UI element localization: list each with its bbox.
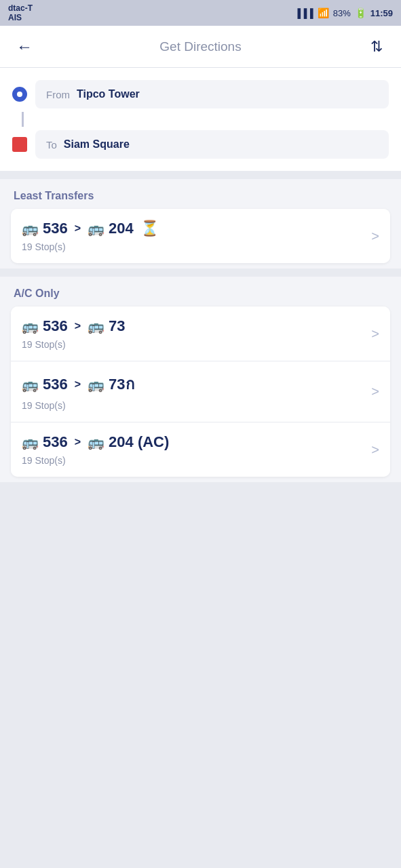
ac-only-section: A/C Only 🚌 536 > 🚌 73 19 Stop(s) > 🚌 <box>0 277 401 482</box>
chevron-right-icon-least: > <box>371 229 379 244</box>
section-divider-2 <box>0 269 401 277</box>
to-input[interactable]: To Siam Square <box>35 130 389 159</box>
to-row: To Siam Square <box>12 130 389 159</box>
destination-dot <box>12 137 27 152</box>
route-card-ac-2[interactable]: 🚌 536 > 🚌 73ก 19 Stop(s) > <box>11 361 390 422</box>
route-stops-ac-1: 19 Stop(s) <box>22 339 371 350</box>
route-info-ac-1: 🚌 536 > 🚌 73 19 Stop(s) <box>22 317 371 350</box>
route-num-ac-1b: 73 <box>109 317 125 335</box>
back-button[interactable]: ← <box>12 35 37 59</box>
bottom-spacer <box>0 482 401 523</box>
arrow-icon-ac-1: > <box>75 320 81 332</box>
from-value: Tipco Tower <box>77 88 140 100</box>
bus-icon-2: 🚌 <box>88 220 104 237</box>
route-stops-least: 19 Stop(s) <box>22 241 371 252</box>
header: ← Get Directions ⇅ <box>0 26 401 68</box>
route-info-ac-3: 🚌 536 > 🚌 204 (AC) 19 Stop(s) <box>22 433 371 466</box>
least-transfers-section: Least Transfers 🚌 536 > 🚌 204 ⏳ 19 Stop(… <box>0 179 401 269</box>
bus-icon-ac-2a: 🚌 <box>22 376 39 393</box>
route-num-ac-3b: 204 (AC) <box>109 433 169 451</box>
arrow-icon-ac-3: > <box>75 436 81 448</box>
route-card-ac-1[interactable]: 🚌 536 > 🚌 73 19 Stop(s) > <box>11 307 390 361</box>
origin-dot <box>12 87 27 102</box>
route-line-ac-3: 🚌 536 > 🚌 204 (AC) <box>22 433 371 451</box>
route-num-ac-1a: 536 <box>43 317 68 335</box>
battery-icon: 🔋 <box>355 7 366 18</box>
swap-icon: ⇅ <box>370 38 383 56</box>
status-right: ▐▐▐ 📶 83% 🔋 11:59 <box>294 7 393 18</box>
battery-percent: 83% <box>333 8 351 18</box>
from-label: From <box>46 89 70 100</box>
route-line-ac-1: 🚌 536 > 🚌 73 <box>22 317 371 335</box>
bus-icon-ac-3b: 🚌 <box>88 434 104 450</box>
route-card-ac-3[interactable]: 🚌 536 > 🚌 204 (AC) 19 Stop(s) > <box>11 422 390 477</box>
chevron-right-icon-ac-3: > <box>371 442 379 458</box>
header-title: Get Directions <box>37 39 364 54</box>
route-info-least: 🚌 536 > 🚌 204 ⏳ 19 Stop(s) <box>22 220 371 252</box>
from-input[interactable]: From Tipco Tower <box>35 80 389 108</box>
hourglass-icon: ⏳ <box>140 220 159 237</box>
route-card-least[interactable]: 🚌 536 > 🚌 204 ⏳ 19 Stop(s) > <box>11 209 390 263</box>
section-divider-1 <box>0 171 401 179</box>
status-bar: dtac-T AIS ▐▐▐ 📶 83% 🔋 11:59 <box>0 0 401 26</box>
bus-icon-ac-2b: 🚌 <box>88 376 104 393</box>
route-num-2: 204 <box>109 220 134 237</box>
search-section: From Tipco Tower To Siam Square <box>0 68 401 171</box>
ac-only-label: A/C Only <box>0 277 401 307</box>
route-line-ac-2: 🚌 536 > 🚌 73ก <box>22 372 371 396</box>
route-line-least: 🚌 536 > 🚌 204 ⏳ <box>22 220 371 237</box>
arrow-icon-ac-2: > <box>75 378 81 391</box>
bus-icon-1: 🚌 <box>22 220 39 237</box>
search-inputs: From Tipco Tower To Siam Square <box>12 80 389 159</box>
carrier-name: dtac-T <box>8 3 33 13</box>
bus-icon-ac-3a: 🚌 <box>22 434 39 450</box>
carrier-info: dtac-T AIS <box>8 3 33 23</box>
route-num-1: 536 <box>43 220 68 237</box>
bus-icon-ac-1a: 🚌 <box>22 318 39 334</box>
to-value: Siam Square <box>64 138 130 151</box>
route-num-ac-2b: 73ก <box>109 372 134 396</box>
bus-icon-ac-1b: 🚌 <box>88 318 104 334</box>
swap-button[interactable]: ⇅ <box>364 35 389 59</box>
time-display: 11:59 <box>370 8 393 18</box>
connector-line <box>22 112 24 127</box>
route-stops-ac-3: 19 Stop(s) <box>22 455 371 466</box>
ac-only-cards: 🚌 536 > 🚌 73 19 Stop(s) > 🚌 536 > 🚌 73ก <box>11 307 390 477</box>
wifi-icon: 📶 <box>318 7 329 18</box>
arrow-icon-1: > <box>75 222 81 235</box>
from-row: From Tipco Tower <box>12 80 389 108</box>
to-label: To <box>46 139 57 151</box>
back-arrow-icon: ← <box>16 37 33 56</box>
least-transfers-cards: 🚌 536 > 🚌 204 ⏳ 19 Stop(s) > <box>11 209 390 263</box>
chevron-right-icon-ac-1: > <box>371 326 379 342</box>
signal-icon: ▐▐▐ <box>294 8 313 18</box>
chevron-right-icon-ac-2: > <box>371 384 379 399</box>
route-info-ac-2: 🚌 536 > 🚌 73ก 19 Stop(s) <box>22 372 371 411</box>
operator-name: AIS <box>8 13 33 22</box>
least-transfers-label: Least Transfers <box>0 179 401 209</box>
route-num-ac-3a: 536 <box>43 433 68 451</box>
route-stops-ac-2: 19 Stop(s) <box>22 400 371 411</box>
route-num-ac-2a: 536 <box>43 376 68 393</box>
